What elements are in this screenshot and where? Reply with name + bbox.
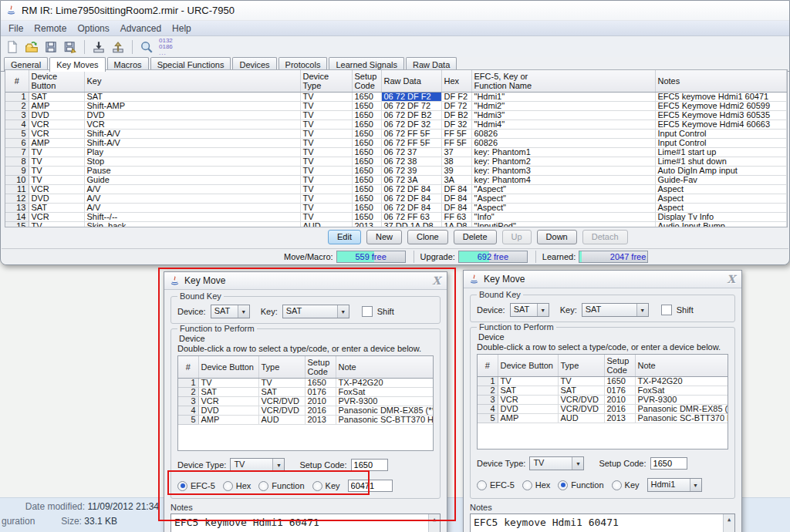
column-header-notes[interactable]: Notes bbox=[655, 70, 786, 93]
table-row[interactable]: 10TVGuideTV165006 72 3A3Akey: Phantom4Gu… bbox=[5, 176, 786, 185]
title-bar[interactable]: RM IR: Lime7950sittingRoom2.rmir - URC-7… bbox=[1, 1, 789, 21]
key-combobox[interactable]: SAT▼ bbox=[282, 305, 349, 318]
radio-key[interactable] bbox=[612, 480, 622, 490]
column-header-device-type[interactable]: Device Type bbox=[300, 70, 352, 93]
device-type-combobox[interactable]: TV▼ bbox=[230, 458, 285, 472]
dialog-title-bar[interactable]: Key Move X bbox=[164, 272, 447, 290]
menu-remote[interactable]: Remote bbox=[29, 22, 71, 35]
table-row[interactable]: 14VCRShift--/--TV165006 72 FF 63FF 63"In… bbox=[5, 213, 786, 222]
column-header-[interactable]: # bbox=[478, 355, 498, 377]
menu-file[interactable]: File bbox=[4, 22, 28, 35]
table-row[interactable]: 5AMPAUD2013Panasonic SC-BTT370 Home ... bbox=[478, 414, 728, 423]
tab-key-moves[interactable]: Key Moves bbox=[49, 57, 105, 72]
download-from-remote-icon[interactable] bbox=[90, 39, 107, 56]
device-table[interactable]: #Device ButtonTypeSetup CodeNote1TVTV165… bbox=[477, 354, 728, 450]
clone-button[interactable]: Clone bbox=[407, 230, 448, 244]
column-header-type[interactable]: Type bbox=[258, 356, 305, 379]
radio-efc-5[interactable] bbox=[177, 481, 187, 491]
device-combobox[interactable]: SAT▼ bbox=[510, 303, 549, 317]
column-header-device-button[interactable]: Device Button bbox=[498, 355, 558, 377]
table-row[interactable]: 12DVDA/VTV165006 72 DF 84DF 84"Aspect"As… bbox=[5, 194, 786, 204]
table-row[interactable]: 2AMPShift-AMPTV165006 72 DF 72DF 72"Hdmi… bbox=[5, 102, 786, 111]
up-button[interactable]: Up bbox=[502, 230, 532, 244]
table-row[interactable]: 2SATSAT0176FoxSat bbox=[178, 388, 434, 397]
column-header-device-button[interactable]: Device Button bbox=[198, 356, 258, 379]
column-header-[interactable]: # bbox=[5, 70, 29, 93]
shift-checkbox[interactable] bbox=[362, 306, 373, 317]
down-button[interactable]: Down bbox=[537, 230, 577, 244]
table-row[interactable]: 6AMPShift-A/VTV165006 72 FF 5FFF 5F60826… bbox=[5, 139, 786, 148]
table-row[interactable]: 11VCRA/VTV165006 72 DF 84DF 84"Aspect"As… bbox=[5, 185, 786, 194]
close-icon[interactable]: X bbox=[432, 274, 441, 287]
column-header-note[interactable]: Note bbox=[635, 355, 728, 377]
key-value-input[interactable] bbox=[348, 480, 393, 492]
menu-advanced[interactable]: Advanced bbox=[116, 22, 166, 35]
table-row[interactable]: 4VCRVCRTV165006 72 DF 32DF 32"Hdmi4"EFC5… bbox=[5, 120, 786, 130]
upload-to-remote-icon[interactable] bbox=[110, 39, 127, 56]
scroll-up-icon[interactable]: ▲ bbox=[728, 517, 731, 523]
scroll-up-icon[interactable]: ▲ bbox=[433, 517, 436, 523]
table-row[interactable]: 5AMPAUD2013Panasonic SC-BTT370 Home ... bbox=[178, 416, 434, 425]
function-combobox[interactable]: Hdmi1▼ bbox=[647, 478, 702, 492]
table-row[interactable]: 4DVDVCR/DVD2016Panasonic DMR-EX85 (**Rem… bbox=[178, 406, 434, 416]
edit-button[interactable]: Edit bbox=[328, 230, 361, 244]
notes-textarea[interactable]: EFC5 keymove Hdmi1 60471 ▲▼ bbox=[170, 513, 441, 532]
vertical-scrollbar[interactable]: ▲▼ bbox=[428, 514, 440, 532]
radio-efc-5[interactable] bbox=[477, 480, 487, 490]
column-header-setup-code[interactable]: Setup Code bbox=[305, 356, 336, 379]
table-row[interactable]: 7TVPlayTV165006 72 3737key: Phantom1Lime… bbox=[5, 148, 786, 157]
key-combobox[interactable]: SAT▼ bbox=[582, 303, 649, 317]
column-header-note[interactable]: Note bbox=[336, 356, 434, 379]
radio-hex[interactable] bbox=[522, 480, 532, 490]
table-row[interactable]: 15TVSkip_backAUD201337 DD 1A D81A D8"Inp… bbox=[5, 222, 786, 228]
radio-hex[interactable] bbox=[223, 481, 233, 491]
column-header-setup-code[interactable]: Setup Code bbox=[604, 355, 635, 377]
new-file-icon[interactable] bbox=[4, 39, 21, 56]
column-header-key[interactable]: Key bbox=[84, 70, 300, 93]
device-combobox[interactable]: SAT▼ bbox=[211, 305, 250, 318]
table-row[interactable]: 2SATSAT0176FoxSat bbox=[478, 386, 728, 396]
table-row[interactable]: 1SATSATTV165006 72 DF F2DF F2"Hdmi1"EFC5… bbox=[5, 93, 786, 102]
column-header-hex[interactable]: Hex bbox=[441, 70, 471, 93]
detach-button[interactable]: Detach bbox=[582, 230, 628, 244]
radio-key[interactable] bbox=[312, 481, 322, 491]
radio-function[interactable] bbox=[558, 480, 568, 490]
table-row[interactable]: 5VCRShift-A/VTV165006 72 FF 5FFF 5F60826… bbox=[5, 130, 786, 139]
file-size: Size: 33.1 KB bbox=[0, 516, 117, 527]
device-table[interactable]: #Device ButtonTypeSetup CodeNote1TVTV165… bbox=[177, 355, 434, 451]
date-modified-value: 11/09/2012 21:34 bbox=[87, 501, 159, 512]
table-row[interactable]: 1TVTV1650TX-P42G20 bbox=[178, 379, 434, 388]
column-header-device-button[interactable]: Device Button bbox=[29, 70, 84, 93]
open-file-icon[interactable] bbox=[23, 39, 40, 56]
save-icon[interactable] bbox=[42, 39, 59, 56]
dialog-title-bar[interactable]: Key Move X bbox=[464, 271, 741, 288]
column-header-type[interactable]: Type bbox=[558, 355, 604, 377]
column-header-efc-5-key-or-function-name[interactable]: EFC-5, Key or Function Name bbox=[471, 70, 655, 93]
new-button[interactable]: New bbox=[366, 230, 402, 244]
table-row[interactable]: 3VCRVCR/DVD2010PVR-9300 bbox=[478, 396, 728, 405]
table-row[interactable]: 9TVPauseTV165006 72 3939key: Phantom3Aut… bbox=[5, 167, 786, 176]
table-row[interactable]: 8TVStopTV165006 72 3838key: Phantom2Lime… bbox=[5, 157, 786, 167]
device-type-combobox[interactable]: TV▼ bbox=[529, 456, 584, 470]
column-header-[interactable]: # bbox=[178, 356, 198, 379]
table-row[interactable]: 13SATA/VTV165006 72 DF 84DF 84"Aspect"As… bbox=[5, 204, 786, 213]
save-as-icon[interactable] bbox=[62, 39, 79, 56]
delete-button[interactable]: Delete bbox=[454, 230, 497, 244]
setup-code-input[interactable] bbox=[650, 457, 687, 470]
menu-help[interactable]: Help bbox=[167, 22, 196, 35]
vertical-scrollbar[interactable]: ▲▼ bbox=[723, 514, 734, 532]
column-header-setup-code[interactable]: Setup Code bbox=[352, 70, 381, 93]
table-row[interactable]: 4DVDVCR/DVD2016Panasonic DMR-EX85 (**Rem… bbox=[478, 405, 728, 414]
column-header-raw-data[interactable]: Raw Data bbox=[381, 70, 441, 93]
menu-options[interactable]: Options bbox=[73, 22, 113, 35]
shift-checkbox[interactable] bbox=[661, 305, 672, 315]
table-row[interactable]: 1TVTV1650TX-P42G20 bbox=[478, 377, 728, 386]
setup-code-input[interactable] bbox=[351, 459, 388, 471]
close-icon[interactable]: X bbox=[727, 273, 735, 285]
radio-function[interactable] bbox=[258, 481, 268, 491]
search-icon[interactable] bbox=[138, 39, 155, 56]
notes-textarea[interactable]: EFC5 keymove Hdmi1 60471 ▲▼ bbox=[470, 513, 735, 532]
table-row[interactable]: 3VCRVCR/DVD2010PVR-9300 bbox=[178, 397, 434, 406]
table-row[interactable]: 3DVDDVDTV165006 72 DF B2DF B2"Hdmi3"EFC5… bbox=[5, 111, 786, 120]
chevron-down-icon: ▼ bbox=[690, 479, 701, 491]
